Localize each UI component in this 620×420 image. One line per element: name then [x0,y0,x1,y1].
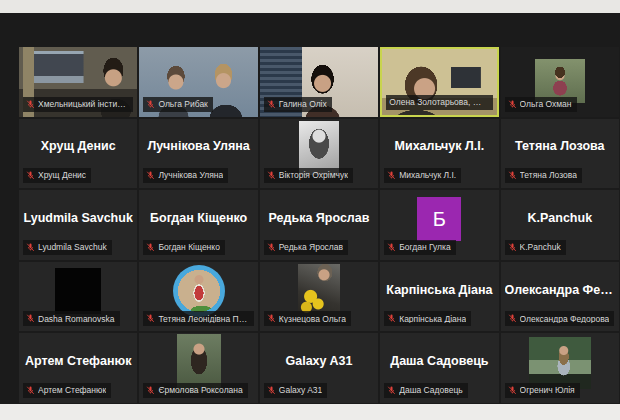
name-tag: Lyudmila Savchuk [23,240,112,255]
participant-display-name: Лучнікова Уляна [143,139,253,153]
participants-grid: Хмельницький інститут МАУП Ольга Рибак Г… [19,47,619,403]
name-tag: Даша Садовець [384,383,467,398]
name-tag: Єрмолова Роксолана [143,383,247,398]
participant-name-label: Хмельницький інститут МАУП [38,100,128,109]
participant-name-label: Галина Оліх [279,100,327,109]
muted-mic-icon [267,100,276,109]
participant-tile[interactable]: Артем Стефанюк Артем Стефанюк [19,333,137,403]
name-tag: Богдан Гулка [384,240,455,255]
name-tag: Богдан Кіщенко [143,240,224,255]
participant-name-label: Даша Садовець [399,386,462,395]
bottom-window-strip [0,404,620,420]
name-tag: Ольга Охман [505,97,577,112]
name-tag: Тетяна Лозова [505,168,582,183]
participant-tile[interactable]: Карпінська Діана Карпінська Діана [380,262,498,332]
name-tag: Олександра Федорова [505,311,615,326]
name-tag: Карпінська Діана [384,311,471,326]
participant-display-name: Михальчук Л.І. [384,139,494,153]
muted-mic-icon [387,243,396,252]
avatar-photo [55,268,101,314]
participant-name-label: Олена Золотарьова, Одеський інсти… [389,98,487,107]
participant-tile-video[interactable]: Ольга Охман [501,47,619,117]
participant-name-label: Єрмолова Роксолана [158,386,242,395]
name-tag: Артем Стефанюк [23,383,111,398]
name-tag: Вікторія Охрімчук [264,168,353,183]
name-tag: Хрущ Денис [23,168,91,183]
participant-name-label: Артем Стефанюк [38,386,106,395]
participant-name-label: Хрущ Денис [38,171,86,180]
participant-display-name: Lyudmila Savchuk [23,211,133,225]
participant-tile[interactable]: Огренич Юлія [501,333,619,403]
name-tag: Михальчук Л.І. [384,168,461,183]
name-tag: Dasha Romanovska [23,311,120,326]
avatar-photo [173,265,225,317]
muted-mic-icon [267,171,276,180]
participant-name-label: Редька Ярослав [279,243,343,252]
muted-mic-icon [508,100,517,109]
name-tag: Кузнецова Ольга [264,311,351,326]
participant-name-label: Огренич Юлія [520,386,575,395]
participant-tile[interactable]: Кузнецова Ольга [260,262,378,332]
participant-tile[interactable]: Єрмолова Роксолана [139,333,257,403]
participant-tile[interactable]: Б Богдан Гулка [380,190,498,260]
participant-tile-video[interactable]: Хмельницький інститут МАУП [19,47,137,117]
participant-tile[interactable]: Михальчук Л.І. Михальчук Л.І. [380,119,498,189]
participant-tile[interactable]: Galaxy A31 Galaxy A31 [260,333,378,403]
muted-mic-icon [267,243,276,252]
participant-tile[interactable]: Вікторія Охрімчук [260,119,378,189]
muted-mic-icon [26,386,35,395]
participant-display-name: Олександра Федорова [505,283,615,297]
participant-name-label: Вікторія Охрімчук [279,171,348,180]
participant-name-label: Богдан Гулка [399,243,450,252]
top-window-strip [0,0,620,13]
participant-tile[interactable]: K.Panchuk K.Panchuk [501,190,619,260]
participant-display-name: Редька Ярослав [264,211,374,225]
participant-name-label: Тетяна Леонідівна Подкупко [158,315,248,324]
participant-tile[interactable]: Лучнікова Уляна Лучнікова Уляна [139,119,257,189]
name-tag: Galaxy A31 [264,383,327,398]
participant-tile[interactable]: Олександра Федорова Олександра Федорова [501,262,619,332]
muted-mic-icon [267,386,276,395]
participant-name-label: Олександра Федорова [520,315,610,324]
participant-name-label: Dasha Romanovska [38,315,115,324]
participant-name-label: Ольга Рибак [158,100,207,109]
participant-display-name: Даша Садовець [384,354,494,368]
muted-mic-icon [146,171,155,180]
participant-name-label: Лучнікова Уляна [158,171,223,180]
muted-mic-icon [146,314,155,323]
participant-tile-video[interactable]: Ольга Рибак [139,47,257,117]
participant-name-label: Кузнецова Ольга [279,315,346,324]
participant-name-label: K.Panchuk [520,243,561,252]
participant-display-name: K.Panchuk [505,211,615,225]
muted-mic-icon [508,386,517,395]
name-tag: Тетяна Леонідівна Подкупко [143,311,253,326]
participant-tile[interactable]: Хрущ Денис Хрущ Денис [19,119,137,189]
muted-mic-icon [146,386,155,395]
muted-mic-icon [387,314,396,323]
muted-mic-icon [26,100,35,109]
avatar-photo [529,337,591,389]
participant-tile[interactable]: Dasha Romanovska [19,262,137,332]
name-tag: K.Panchuk [505,240,566,255]
name-tag: Ольга Рибак [143,97,212,112]
participant-display-name: Хрущ Денис [23,139,133,153]
muted-mic-icon [508,171,517,180]
participant-tile[interactable]: Даша Садовець Даша Садовець [380,333,498,403]
participant-name-label: Карпінська Діана [399,315,466,324]
participant-tile[interactable]: Богдан Кіщенко Богдан Кіщенко [139,190,257,260]
participant-tile[interactable]: Тетяна Леонідівна Подкупко [139,262,257,332]
name-tag: Галина Оліх [264,97,332,112]
participant-tile[interactable]: Lyudmila Savchuk Lyudmila Savchuk [19,190,137,260]
name-tag: Редька Ярослав [264,240,348,255]
muted-mic-icon [26,243,35,252]
participant-tile[interactable]: Редька Ярослав Редька Ярослав [260,190,378,260]
participant-tile[interactable]: Тетяна Лозова Тетяна Лозова [501,119,619,189]
participant-display-name: Galaxy A31 [264,354,374,368]
participant-tile-video[interactable]: Галина Оліх [260,47,378,117]
participant-name-label: Михальчук Л.І. [399,171,456,180]
participant-tile-active-speaker[interactable]: Олена Золотарьова, Одеський інсти… [380,47,498,117]
muted-mic-icon [146,100,155,109]
muted-mic-icon [146,243,155,252]
muted-mic-icon [26,314,35,323]
participant-display-name: Тетяна Лозова [505,139,615,153]
